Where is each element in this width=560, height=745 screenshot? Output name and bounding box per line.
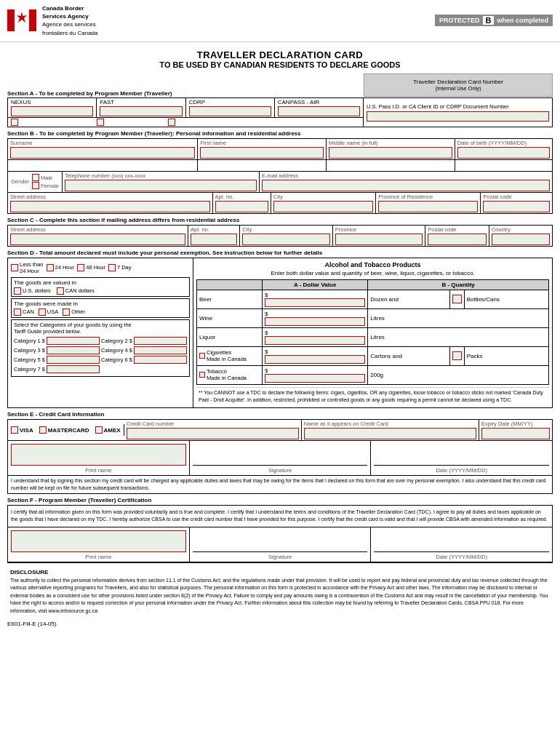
province-input[interactable] xyxy=(378,201,478,212)
cigarettes-row: CigarettesMade in Canada $ Cartons and P… xyxy=(197,346,549,365)
other-checkbox[interactable] xyxy=(63,308,70,316)
wine-dollar-input[interactable] xyxy=(265,317,365,326)
c-country-input[interactable] xyxy=(492,234,550,245)
disclosure-title: DISCLOSURE xyxy=(10,569,550,575)
cat1-field: Category 1 $ xyxy=(14,337,100,345)
us-dollars-option: U.S. dollars xyxy=(14,287,51,295)
cc-expiry-input[interactable] xyxy=(481,428,550,439)
tobacco-note: ** You CANNOT use a TDC to declare the f… xyxy=(196,387,549,405)
can-dollars-checkbox[interactable] xyxy=(57,287,64,295)
disclosure-text: The authority to collect the personal in… xyxy=(10,577,550,615)
7d-checkbox[interactable] xyxy=(108,264,116,271)
dob-field: Date of birth (YYYY/MM/DD) xyxy=(455,139,552,159)
can-option: CAN xyxy=(14,308,34,316)
can-checkbox[interactable] xyxy=(14,308,21,316)
b-col-header: B - Quantity xyxy=(368,279,549,290)
cat5-input[interactable] xyxy=(47,356,100,364)
cc-number-input[interactable] xyxy=(127,428,299,439)
wine-row: Wine $ Litres xyxy=(197,308,549,327)
cat6-input[interactable] xyxy=(134,356,187,364)
f-print-name-input[interactable] xyxy=(11,530,186,552)
c-postal-field: Postal code xyxy=(425,226,489,246)
surname-input[interactable] xyxy=(10,147,195,159)
us-dollars-checkbox[interactable] xyxy=(14,287,21,295)
mastercard-checkbox[interactable] xyxy=(39,426,47,434)
email-field: E-mail address xyxy=(260,172,552,192)
beer-dollar-input[interactable] xyxy=(265,298,365,307)
postal-input[interactable] xyxy=(483,201,550,212)
section-f: I certify that all information given on … xyxy=(7,505,553,563)
tobacco-dollar-input[interactable] xyxy=(265,374,365,383)
cigarettes-cartons-input[interactable] xyxy=(452,351,462,360)
cat1-input[interactable] xyxy=(47,337,100,345)
c-city-input[interactable] xyxy=(242,234,330,245)
nexus-checkbox-item xyxy=(11,119,18,126)
nexus-checkbox[interactable] xyxy=(11,119,18,126)
fast-checkbox-item xyxy=(97,119,104,126)
less24-checkbox[interactable] xyxy=(11,264,18,271)
amex-checkbox[interactable] xyxy=(95,426,103,434)
cigarettes-dollar-input[interactable] xyxy=(265,355,365,364)
e-date-input[interactable] xyxy=(374,444,549,466)
f-signature-input[interactable] xyxy=(193,530,368,552)
card-number-box: Traveller Declaration Card Number (Inter… xyxy=(364,73,553,97)
cat2-input[interactable] xyxy=(134,337,187,345)
male-checkbox[interactable] xyxy=(32,174,39,181)
form-subtitle: TO BE USED BY CANADIAN RESIDENTS TO DECL… xyxy=(7,60,553,69)
cat3-input[interactable] xyxy=(47,346,100,354)
surname-input2[interactable] xyxy=(10,162,195,170)
us-pass-input[interactable] xyxy=(367,111,549,121)
visa-checkbox[interactable] xyxy=(11,426,18,434)
beer-row: Beer $ Dozen and Bottles/Cans xyxy=(197,290,549,308)
apt-input[interactable] xyxy=(215,201,268,212)
liquor-dollar-input[interactable] xyxy=(265,336,365,345)
nexus-input[interactable] xyxy=(11,106,93,116)
section-d-right: Alcohol and Tobacco Products Enter both … xyxy=(193,258,552,408)
e-signature-input[interactable] xyxy=(193,444,368,466)
firstname-input[interactable] xyxy=(200,147,324,159)
form-number: E601-Fill-E (14-05) xyxy=(7,618,553,630)
usa-checkbox[interactable] xyxy=(39,308,46,316)
middlename-field: Middle name (in full) xyxy=(327,139,455,159)
f-date-input[interactable] xyxy=(374,530,549,552)
dob-input[interactable] xyxy=(457,147,550,159)
beer-dozen-input[interactable] xyxy=(452,295,462,303)
48h-option: 48 Hour xyxy=(77,261,105,274)
telephone-input[interactable] xyxy=(65,180,257,191)
email-input[interactable] xyxy=(262,180,550,191)
postal-field: Postal code xyxy=(481,193,552,213)
fast-checkbox[interactable] xyxy=(97,119,104,126)
c-province-input[interactable] xyxy=(335,234,423,245)
section-d-left: Less than 24 Hour 24 Hour 48 Hour 7 Day xyxy=(8,258,193,408)
section-a-label: Section A - To be completed by Program M… xyxy=(7,90,172,97)
female-checkbox[interactable] xyxy=(32,182,39,189)
cc-expiry-field: Expiry Date (MM/YY) xyxy=(479,420,552,440)
e-print-name-field: Print name xyxy=(8,441,190,475)
mastercard-item: MASTERCARD xyxy=(39,426,89,434)
e-print-name-input[interactable] xyxy=(11,444,186,466)
24h-checkbox[interactable] xyxy=(47,264,54,271)
cdrp-checkbox[interactable] xyxy=(168,119,175,126)
f-signature-field: Signature xyxy=(190,527,372,562)
c-apt-input[interactable] xyxy=(191,234,237,245)
e-date-field: Date (YYYY/MM/DD) xyxy=(371,441,552,475)
street-input[interactable] xyxy=(10,201,210,212)
section-e-label: Section E - Credit Card Information xyxy=(7,411,553,418)
cigarettes-checkbox[interactable] xyxy=(199,353,205,359)
cc-name-input[interactable] xyxy=(304,428,476,439)
c-street-field: Street address xyxy=(8,226,188,246)
c-postal-input[interactable] xyxy=(428,234,486,245)
other-option: Other xyxy=(63,308,85,316)
cat7-input[interactable] xyxy=(47,365,100,373)
svg-rect-2 xyxy=(29,9,36,31)
canpass-input[interactable] xyxy=(278,106,360,116)
fast-input[interactable] xyxy=(100,106,182,116)
48h-checkbox[interactable] xyxy=(77,264,84,271)
cat4-input[interactable] xyxy=(134,346,187,354)
tobacco-checkbox[interactable] xyxy=(199,372,205,378)
city-input[interactable] xyxy=(273,201,373,212)
cdrp-input[interactable] xyxy=(189,106,271,116)
middlename-input[interactable] xyxy=(329,147,452,159)
firstname-input2[interactable] xyxy=(200,162,324,170)
c-street-input[interactable] xyxy=(10,234,185,245)
